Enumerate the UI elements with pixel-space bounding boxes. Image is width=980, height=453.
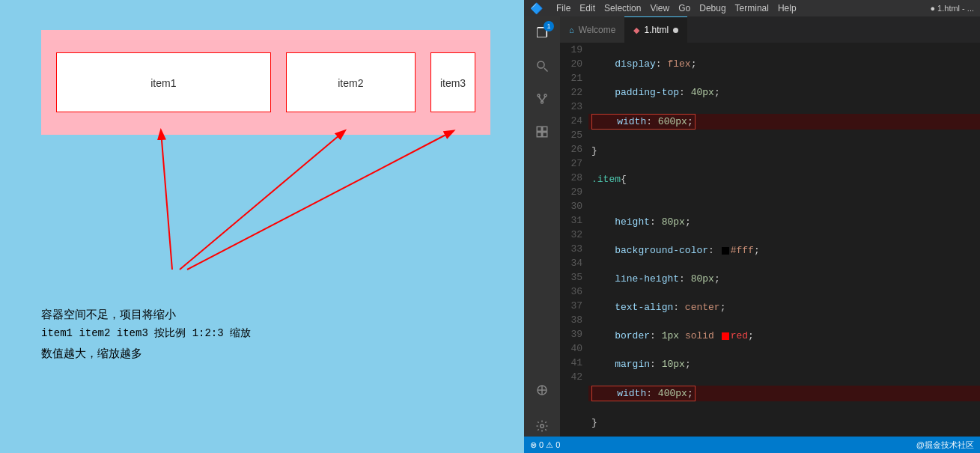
desc-line3: 数值越大，缩放越多 [41, 343, 251, 363]
menu-go[interactable]: Go [678, 3, 690, 13]
menu-terminal[interactable]: Terminal [735, 3, 769, 13]
menu-help[interactable]: Help [778, 3, 797, 13]
tab-welcome[interactable]: ⌂ Welcome [560, 16, 624, 43]
tab-bar: ⌂ Welcome ◆ 1.html [560, 16, 980, 43]
svg-line-10 [542, 97, 546, 101]
status-bar-left: ⊗ 0 ⚠ 0 [530, 440, 560, 450]
svg-rect-14 [543, 133, 547, 137]
vscode-logo-icon: 🔷 [530, 2, 543, 14]
extensions-icon[interactable] [532, 121, 553, 142]
item2: item2 [286, 52, 416, 112]
title-bar-menus: 🔷 File Edit Selection View Go Debug Term… [530, 2, 797, 14]
activity-badge: 1 [544, 21, 554, 31]
item3: item3 [430, 52, 475, 112]
code-content: display: flex; padding-top: 40px; width:… [588, 43, 980, 437]
svg-point-7 [544, 94, 547, 97]
source-control-icon[interactable] [532, 88, 553, 109]
menu-view[interactable]: View [650, 3, 669, 13]
svg-point-16 [541, 425, 544, 428]
code-editor: ⌂ Welcome ◆ 1.html 19 20 21 22 23 24 [560, 16, 980, 437]
settings-icon[interactable] [532, 416, 553, 437]
status-errors: ⊗ 0 ⚠ 0 [530, 440, 560, 450]
svg-point-4 [538, 61, 544, 68]
svg-line-2 [180, 131, 344, 270]
description-block: 容器空间不足，项目将缩小 item1 item2 item3 按比例 1:2:3… [41, 304, 251, 363]
svg-line-1 [161, 131, 172, 270]
title-bar: 🔷 File Edit Selection View Go Debug Term… [524, 0, 980, 16]
status-bar: ⊗ 0 ⚠ 0 @掘金技术社区 [524, 437, 980, 453]
remote-icon[interactable] [532, 380, 553, 401]
vscode-panel: 🔷 File Edit Selection View Go Debug Term… [524, 0, 980, 453]
preview-panel: item1 item2 item3 容器空间不足，项目将缩小 item1 ite… [0, 0, 524, 453]
svg-line-3 [187, 131, 453, 270]
menu-edit[interactable]: Edit [579, 3, 595, 13]
status-bar-right: @掘金技术社区 [916, 440, 974, 451]
svg-line-9 [539, 97, 543, 101]
flex-container: item1 item2 item3 [41, 30, 490, 135]
tab-welcome-label: Welcome [579, 25, 616, 35]
svg-rect-11 [537, 127, 541, 131]
files-icon[interactable]: ❐ 1 [532, 22, 553, 43]
tab-modified-dot [673, 28, 678, 33]
menu-debug[interactable]: Debug [699, 3, 725, 13]
code-lines-container: 19 20 21 22 23 24 25 26 27 28 29 30 31 3… [560, 43, 980, 437]
svg-rect-12 [543, 127, 547, 131]
svg-point-6 [538, 94, 540, 97]
item1: item1 [56, 52, 271, 112]
line-numbers: 19 20 21 22 23 24 25 26 27 28 29 30 31 3… [560, 43, 588, 437]
search-icon[interactable] [532, 55, 553, 76]
tab-1html-label: 1.html [644, 25, 669, 35]
desc-line1: 容器空间不足，项目将缩小 [41, 304, 251, 324]
svg-point-8 [541, 101, 544, 103]
desc-line2: item1 item2 item3 按比例 1:2:3 缩放 [41, 324, 251, 343]
menu-file[interactable]: File [556, 3, 570, 13]
title-bar-filename: ● 1.html - ... [930, 4, 974, 13]
svg-line-5 [544, 68, 548, 72]
activity-bar: ❐ 1 [524, 16, 560, 437]
svg-rect-13 [537, 133, 541, 137]
menu-selection[interactable]: Selection [604, 3, 641, 13]
tab-1html[interactable]: ◆ 1.html [624, 16, 687, 43]
editor-body: ❐ 1 [524, 16, 980, 437]
